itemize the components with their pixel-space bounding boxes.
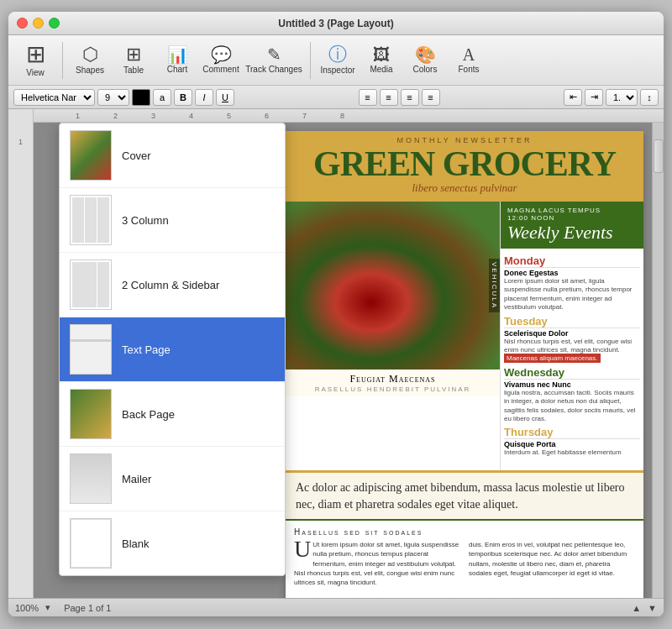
colors-label: Colors: [413, 65, 438, 74]
blank-label: Blank: [122, 537, 150, 550]
newsletter-tagline: libero senectus pulvinar: [286, 181, 643, 200]
back-label: Back Page: [122, 408, 175, 421]
wednesday-body: ligula nostra, accumsan taciti. Sociis m…: [504, 389, 640, 424]
ruler: 1 2 3 4 5 6 7 8: [34, 109, 664, 123]
toolbar-sep-1: [62, 42, 63, 79]
formatbar: Helvetica Nar 9 a B I U ≡ ≡ ≡ ≡ ⇤ ⇥ 1.1 …: [8, 86, 664, 109]
cover-thumbnail: [70, 130, 112, 181]
wednesday-title: Vivamus nec Nunc: [504, 380, 640, 389]
caption-sub: Rasellus hendrebit pulvinar: [289, 385, 496, 393]
track-label: Track Changes: [245, 65, 302, 74]
chart-label: Chart: [167, 65, 187, 74]
page-number-1: 1: [18, 138, 23, 146]
toolbar-colors[interactable]: 🎨 Colors: [405, 39, 445, 82]
dropdown-item-3col[interactable]: 3 Column: [60, 188, 285, 253]
toolbar-table[interactable]: ⊞ Table: [113, 39, 154, 82]
toolbar-shapes[interactable]: ⬡ Shapes: [70, 39, 110, 82]
monday-title: Donec Egestas: [504, 269, 640, 277]
thursday-title: Quisque Porta: [504, 440, 640, 448]
window-title: Untitled 3 (Page Layout): [278, 18, 393, 29]
doc-area: Cover 3 Column: [34, 123, 664, 598]
events-list: Monday Donec Egestas Lorem ipsum dolor s…: [501, 249, 643, 470]
page-sidebar: 1: [8, 109, 34, 598]
tuesday-label: Tuesday: [504, 315, 640, 328]
scroll-thumb[interactable]: [654, 139, 664, 173]
caption-main: Feugiat Maecenas: [289, 373, 496, 385]
align-left-button[interactable]: ≡: [359, 89, 377, 106]
scroll-prev-button[interactable]: ▲: [632, 603, 641, 613]
blank-thumbnail: [70, 518, 112, 569]
line-height-select[interactable]: 1.1: [606, 89, 638, 106]
chart-icon: 📊: [167, 46, 188, 63]
fonts-icon: A: [463, 46, 475, 63]
newsletter-header: Monthly Newsletter Green Grocery libero …: [286, 131, 643, 202]
quote-block: Ac dolor ac adipiscing amet bibendum, ma…: [286, 470, 643, 519]
track-icon: ✎: [267, 46, 281, 63]
traffic-lights: [17, 18, 60, 29]
indent-decrease-button[interactable]: ⇤: [564, 89, 582, 106]
newsletter-right: Magna Lacus Tempus12:00 Noon Weekly Even…: [500, 202, 643, 470]
cover-label: Cover: [122, 149, 151, 162]
page-info: Page 1 of 1: [64, 603, 111, 613]
close-button[interactable]: [17, 18, 28, 29]
toolbar-sep-2: [310, 42, 311, 79]
thursday-body: Interdum at. Eget habitasse elementum: [504, 448, 640, 457]
inspector-label: Inspector: [320, 66, 354, 75]
dropdown-item-mailer[interactable]: Mailer: [60, 447, 285, 511]
dropdown-item-back[interactable]: Back Page: [60, 382, 285, 447]
indent-increase-button[interactable]: ⇥: [585, 89, 603, 106]
view-icon: ⊞: [26, 43, 45, 66]
minimize-button[interactable]: [33, 18, 44, 29]
2col-thumbnail: [70, 259, 112, 310]
text-page-thumbnail: [70, 324, 112, 375]
newsletter-title: Green Grocery: [286, 146, 643, 181]
quote-text: Ac dolor ac adipiscing amet bibendum, ma…: [296, 480, 633, 512]
text-color-button[interactable]: a: [153, 89, 171, 106]
zoom-stepper[interactable]: ▾: [45, 602, 50, 613]
dropdown-item-blank[interactable]: Blank: [60, 511, 285, 575]
toolbar-comment[interactable]: 💬 Comment: [201, 39, 241, 82]
toolbar-fonts[interactable]: A Fonts: [449, 39, 489, 82]
align-justify-button[interactable]: ≡: [422, 89, 440, 106]
dropdown-item-text-page[interactable]: Text Page: [60, 317, 285, 382]
toolbar-media[interactable]: 🖼 Media: [361, 39, 402, 82]
we-title: Weekly Events: [507, 222, 637, 244]
article-section: Hasellus sed sit sodales U Ut lorem ipsu…: [286, 519, 643, 594]
statusbar: 100% ▾ Page 1 of 1 ▲ ▼: [8, 598, 664, 616]
we-meta: Magna Lacus Tempus12:00 Noon: [507, 207, 637, 222]
underline-button[interactable]: U: [216, 89, 234, 106]
mailer-thumbnail: [70, 453, 112, 504]
maximize-button[interactable]: [49, 18, 60, 29]
table-icon: ⊞: [126, 45, 141, 64]
line-spacing-button[interactable]: ↕: [640, 89, 659, 106]
font-color-swatch[interactable]: [132, 89, 150, 106]
2col-label: 2 Column & Sidebar: [122, 279, 219, 291]
bold-button[interactable]: B: [174, 89, 192, 106]
titlebar: Untitled 3 (Page Layout): [8, 12, 664, 35]
font-size-select[interactable]: 9: [97, 89, 129, 106]
dropdown-item-cover[interactable]: Cover: [60, 123, 285, 188]
vertical-scrollbar[interactable]: [652, 123, 664, 598]
toolbar-track[interactable]: ✎ Track Changes: [244, 39, 303, 82]
dropdown-item-2col[interactable]: 2 Column & Sidebar: [60, 253, 285, 317]
align-center-button[interactable]: ≡: [380, 89, 398, 106]
newsletter-subtitle: Monthly Newsletter: [286, 136, 643, 144]
align-right-button[interactable]: ≡: [401, 89, 419, 106]
font-family-select[interactable]: Helvetica Nar: [13, 89, 95, 106]
toolbar-inspector[interactable]: ⓘ Inspector: [318, 39, 358, 82]
toolbar-view[interactable]: ⊞ View: [15, 39, 55, 82]
text-page-label: Text Page: [122, 343, 171, 356]
scroll-next-button[interactable]: ▼: [648, 603, 657, 613]
wednesday-label: Wednesday: [504, 366, 640, 380]
article-text-1: Ut lorem ipsum dolor sit amet, ligula su…: [294, 541, 459, 586]
italic-button[interactable]: I: [195, 89, 213, 106]
toolbar-chart[interactable]: 📊 Chart: [157, 39, 197, 82]
toolbar: ⊞ View ⬡ Shapes ⊞ Table 📊 Chart 💬 Commen…: [8, 35, 664, 86]
tuesday-body: Nisl rhoncus turpis est, vel elit, congu…: [504, 338, 640, 364]
produce-label: Vehicula: [489, 259, 500, 312]
zoom-level: 100%: [15, 603, 39, 613]
produce-image: Vehicula: [286, 202, 500, 370]
ruler-area: 1 2 3 4 5 6 7 8: [34, 109, 664, 598]
thursday-label: Thursday: [504, 426, 640, 439]
back-thumbnail: [70, 389, 112, 439]
